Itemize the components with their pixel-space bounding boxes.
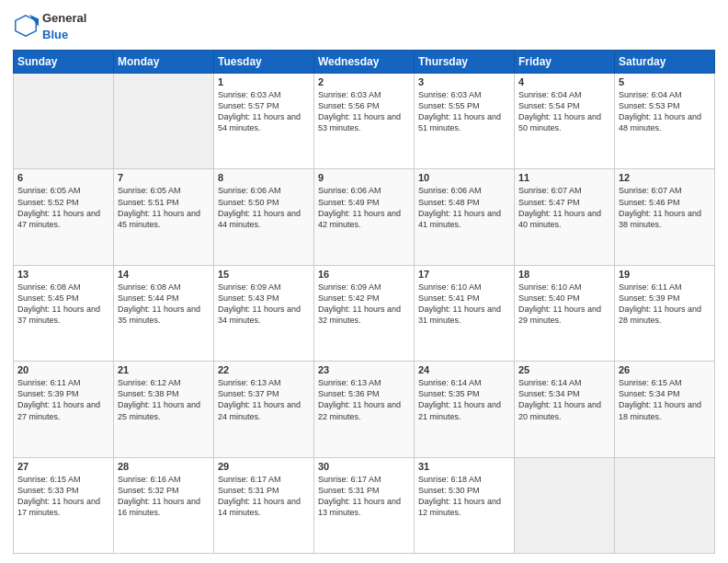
calendar-cell: 13Sunrise: 6:08 AM Sunset: 5:45 PM Dayli…: [14, 265, 114, 361]
calendar-week-row: 6Sunrise: 6:05 AM Sunset: 5:52 PM Daylig…: [14, 169, 715, 265]
calendar-week-row: 1Sunrise: 6:03 AM Sunset: 5:57 PM Daylig…: [14, 74, 715, 169]
day-number: 20: [17, 364, 109, 375]
day-info: Sunrise: 6:03 AM Sunset: 5:55 PM Dayligh…: [418, 89, 510, 134]
calendar-cell: 5Sunrise: 6:04 AM Sunset: 5:53 PM Daylig…: [615, 74, 715, 169]
day-number: 19: [619, 269, 711, 280]
calendar-header-tuesday: Tuesday: [214, 51, 314, 74]
calendar-table: SundayMondayTuesdayWednesdayThursdayFrid…: [13, 50, 715, 554]
calendar-header-monday: Monday: [114, 51, 214, 74]
day-number: 31: [418, 461, 510, 472]
day-number: 13: [17, 269, 109, 280]
calendar-cell: [14, 74, 114, 169]
calendar-week-row: 27Sunrise: 6:15 AM Sunset: 5:33 PM Dayli…: [14, 457, 715, 553]
day-info: Sunrise: 6:17 AM Sunset: 5:31 PM Dayligh…: [218, 474, 310, 519]
calendar-cell: 1Sunrise: 6:03 AM Sunset: 5:57 PM Daylig…: [214, 74, 314, 169]
day-info: Sunrise: 6:06 AM Sunset: 5:49 PM Dayligh…: [318, 185, 410, 230]
calendar-cell: 8Sunrise: 6:06 AM Sunset: 5:50 PM Daylig…: [214, 169, 314, 265]
day-number: 1: [218, 76, 310, 87]
day-number: 11: [518, 172, 610, 183]
day-number: 4: [518, 76, 610, 87]
day-info: Sunrise: 6:07 AM Sunset: 5:47 PM Dayligh…: [518, 185, 610, 230]
calendar-cell: 18Sunrise: 6:10 AM Sunset: 5:40 PM Dayli…: [515, 265, 615, 361]
day-info: Sunrise: 6:09 AM Sunset: 5:42 PM Dayligh…: [318, 282, 410, 327]
day-info: Sunrise: 6:03 AM Sunset: 5:57 PM Dayligh…: [218, 89, 310, 134]
day-number: 16: [318, 269, 410, 280]
calendar-cell: 16Sunrise: 6:09 AM Sunset: 5:42 PM Dayli…: [314, 265, 415, 361]
calendar-cell: 26Sunrise: 6:15 AM Sunset: 5:34 PM Dayli…: [615, 362, 715, 457]
calendar-cell: [615, 457, 715, 553]
calendar-cell: 31Sunrise: 6:18 AM Sunset: 5:30 PM Dayli…: [415, 457, 515, 553]
day-info: Sunrise: 6:05 AM Sunset: 5:51 PM Dayligh…: [118, 185, 210, 230]
day-number: 9: [318, 172, 410, 183]
day-info: Sunrise: 6:09 AM Sunset: 5:43 PM Dayligh…: [218, 282, 310, 327]
calendar-cell: 23Sunrise: 6:13 AM Sunset: 5:36 PM Dayli…: [314, 362, 415, 457]
header: General Blue: [13, 9, 715, 42]
calendar-cell: 3Sunrise: 6:03 AM Sunset: 5:55 PM Daylig…: [415, 74, 515, 169]
day-info: Sunrise: 6:11 AM Sunset: 5:39 PM Dayligh…: [17, 377, 109, 422]
day-info: Sunrise: 6:03 AM Sunset: 5:56 PM Dayligh…: [318, 89, 410, 134]
calendar-cell: 24Sunrise: 6:14 AM Sunset: 5:35 PM Dayli…: [415, 362, 515, 457]
day-info: Sunrise: 6:11 AM Sunset: 5:39 PM Dayligh…: [619, 282, 711, 327]
day-info: Sunrise: 6:15 AM Sunset: 5:34 PM Dayligh…: [619, 377, 711, 422]
day-number: 29: [218, 461, 310, 472]
calendar-cell: 28Sunrise: 6:16 AM Sunset: 5:32 PM Dayli…: [114, 457, 214, 553]
calendar-cell: [114, 74, 214, 169]
day-info: Sunrise: 6:18 AM Sunset: 5:30 PM Dayligh…: [418, 474, 510, 519]
calendar-cell: 22Sunrise: 6:13 AM Sunset: 5:37 PM Dayli…: [214, 362, 314, 457]
logo: General Blue: [13, 9, 86, 42]
calendar-week-row: 20Sunrise: 6:11 AM Sunset: 5:39 PM Dayli…: [14, 362, 715, 457]
day-number: 28: [118, 461, 210, 472]
day-number: 18: [518, 269, 610, 280]
day-number: 25: [518, 364, 610, 375]
day-info: Sunrise: 6:10 AM Sunset: 5:40 PM Dayligh…: [518, 282, 610, 327]
day-info: Sunrise: 6:14 AM Sunset: 5:35 PM Dayligh…: [418, 377, 510, 422]
calendar-cell: 19Sunrise: 6:11 AM Sunset: 5:39 PM Dayli…: [615, 265, 715, 361]
day-info: Sunrise: 6:14 AM Sunset: 5:34 PM Dayligh…: [518, 377, 610, 422]
calendar-cell: 29Sunrise: 6:17 AM Sunset: 5:31 PM Dayli…: [214, 457, 314, 553]
calendar-cell: 2Sunrise: 6:03 AM Sunset: 5:56 PM Daylig…: [314, 74, 415, 169]
calendar-header-sunday: Sunday: [14, 51, 114, 74]
calendar-cell: 10Sunrise: 6:06 AM Sunset: 5:48 PM Dayli…: [415, 169, 515, 265]
calendar-cell: 7Sunrise: 6:05 AM Sunset: 5:51 PM Daylig…: [114, 169, 214, 265]
day-info: Sunrise: 6:17 AM Sunset: 5:31 PM Dayligh…: [318, 474, 410, 519]
calendar-header-row: SundayMondayTuesdayWednesdayThursdayFrid…: [14, 51, 715, 74]
calendar-cell: [515, 457, 615, 553]
day-info: Sunrise: 6:04 AM Sunset: 5:54 PM Dayligh…: [518, 89, 610, 134]
day-number: 27: [17, 461, 109, 472]
day-info: Sunrise: 6:16 AM Sunset: 5:32 PM Dayligh…: [118, 474, 210, 519]
day-number: 23: [318, 364, 410, 375]
calendar-header-saturday: Saturday: [615, 51, 715, 74]
day-number: 21: [118, 364, 210, 375]
day-info: Sunrise: 6:06 AM Sunset: 5:48 PM Dayligh…: [418, 185, 510, 230]
calendar-cell: 20Sunrise: 6:11 AM Sunset: 5:39 PM Dayli…: [14, 362, 114, 457]
calendar-header-wednesday: Wednesday: [314, 51, 415, 74]
calendar-header-friday: Friday: [515, 51, 615, 74]
day-number: 26: [619, 364, 711, 375]
day-number: 22: [218, 364, 310, 375]
day-info: Sunrise: 6:15 AM Sunset: 5:33 PM Dayligh…: [17, 474, 109, 519]
calendar-cell: 12Sunrise: 6:07 AM Sunset: 5:46 PM Dayli…: [615, 169, 715, 265]
day-info: Sunrise: 6:06 AM Sunset: 5:50 PM Dayligh…: [218, 185, 310, 230]
calendar-cell: 9Sunrise: 6:06 AM Sunset: 5:49 PM Daylig…: [314, 169, 415, 265]
day-info: Sunrise: 6:13 AM Sunset: 5:37 PM Dayligh…: [218, 377, 310, 422]
page: General Blue SundayMondayTuesdayWednesda…: [0, 0, 728, 563]
day-info: Sunrise: 6:13 AM Sunset: 5:36 PM Dayligh…: [318, 377, 410, 422]
calendar-cell: 27Sunrise: 6:15 AM Sunset: 5:33 PM Dayli…: [14, 457, 114, 553]
day-number: 15: [218, 269, 310, 280]
day-number: 30: [318, 461, 410, 472]
day-info: Sunrise: 6:05 AM Sunset: 5:52 PM Dayligh…: [17, 185, 109, 230]
day-number: 10: [418, 172, 510, 183]
day-number: 3: [418, 76, 510, 87]
day-info: Sunrise: 6:10 AM Sunset: 5:41 PM Dayligh…: [418, 282, 510, 327]
day-number: 7: [118, 172, 210, 183]
calendar-header-thursday: Thursday: [415, 51, 515, 74]
calendar-cell: 17Sunrise: 6:10 AM Sunset: 5:41 PM Dayli…: [415, 265, 515, 361]
day-info: Sunrise: 6:04 AM Sunset: 5:53 PM Dayligh…: [619, 89, 711, 134]
calendar-cell: 4Sunrise: 6:04 AM Sunset: 5:54 PM Daylig…: [515, 74, 615, 169]
svg-rect-0: [13, 13, 39, 39]
day-info: Sunrise: 6:07 AM Sunset: 5:46 PM Dayligh…: [619, 185, 711, 230]
logo-text: General Blue: [42, 9, 86, 42]
day-number: 6: [17, 172, 109, 183]
calendar-cell: 25Sunrise: 6:14 AM Sunset: 5:34 PM Dayli…: [515, 362, 615, 457]
calendar-cell: 6Sunrise: 6:05 AM Sunset: 5:52 PM Daylig…: [14, 169, 114, 265]
